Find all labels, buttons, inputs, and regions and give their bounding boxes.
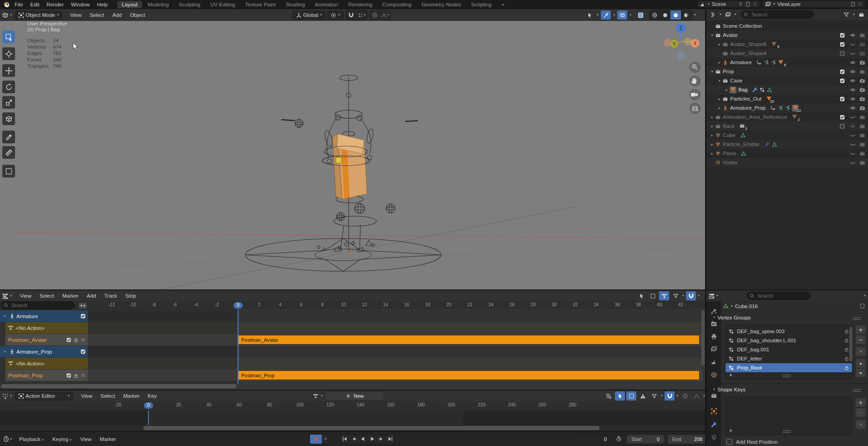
shading-solid[interactable]: [660, 10, 670, 20]
disable-render-toggle[interactable]: [859, 41, 865, 47]
properties-search-input[interactable]: [747, 292, 811, 300]
properties-tab-object[interactable]: [710, 407, 718, 415]
tool-measure-button[interactable]: [2, 146, 15, 159]
dope-menu-marker[interactable]: Marker: [119, 392, 144, 400]
menu-edit[interactable]: Edit: [27, 1, 43, 8]
nla-snap-toggle[interactable]: [686, 291, 696, 300]
show-gizmo-toggle[interactable]: [601, 10, 611, 20]
datablock-name[interactable]: Cube.016: [735, 304, 758, 309]
selectability-dropdown[interactable]: [584, 10, 594, 20]
dope-snap-toggle[interactable]: [665, 391, 675, 400]
blender-logo-icon[interactable]: [3, 0, 10, 8]
hide-viewport-toggle[interactable]: [850, 87, 856, 93]
tool-cursor-button[interactable]: [2, 47, 15, 60]
outliner-row-avatar-shapea[interactable]: Avatar_ShapeA: [706, 49, 868, 58]
disable-render-toggle[interactable]: [859, 123, 865, 129]
unlink-scene-icon[interactable]: [752, 1, 758, 7]
next-keyframe-button[interactable]: [376, 435, 386, 444]
outliner-filter-id-dropdown[interactable]: [723, 10, 733, 19]
viewport-menu-view[interactable]: View: [66, 11, 86, 19]
editor-type-properties-icon[interactable]: [708, 293, 715, 299]
properties-tab-particles[interactable]: [710, 433, 718, 441]
workspace-tab-shading[interactable]: Shading: [281, 1, 310, 8]
disable-render-toggle[interactable]: [859, 60, 865, 66]
nla-channel-postman-avatar[interactable]: Postman_Avatar☆: [5, 334, 88, 345]
tool-rotate-button[interactable]: [2, 81, 15, 93]
editor-type-dope-sheet-icon[interactable]: [2, 393, 9, 400]
viewport-menu-object[interactable]: Object: [126, 11, 149, 19]
workspace-tab-modeling[interactable]: Modeling: [143, 1, 173, 8]
outliner-search-input[interactable]: [741, 10, 814, 19]
frame-start-field[interactable]: Start 0: [626, 435, 665, 444]
new-action-button[interactable]: New: [325, 391, 384, 400]
outliner-row-armature-prop[interactable]: ▸Armature_Prop22: [706, 103, 868, 112]
tool-annotate-button[interactable]: [2, 131, 15, 143]
workspace-tab-sculpting[interactable]: Sculpting: [174, 1, 205, 8]
expander-icon[interactable]: ▾: [2, 314, 8, 318]
hide-viewport-toggle[interactable]: [850, 32, 856, 38]
nla-strip-postman-prop[interactable]: Postman_Prop: [238, 370, 700, 380]
properties-tab-collection[interactable]: [710, 391, 718, 400]
properties-tab-render[interactable]: [710, 319, 718, 328]
checkbox-enable-toggle[interactable]: [839, 32, 845, 38]
workspace-tab-compositing[interactable]: Compositing: [378, 1, 416, 8]
nla-ruler[interactable]: -12-10-8-6-4-202468101214161820222426283…: [88, 301, 705, 309]
viewport-menu-add[interactable]: Add: [108, 11, 126, 19]
menu-file[interactable]: File: [11, 1, 27, 8]
tool-scale-button[interactable]: [2, 96, 15, 109]
nla-lane[interactable]: Postman_Avatar: [88, 334, 702, 345]
vertex-groups-scrollbar[interactable]: [849, 327, 853, 361]
viewlayer-selector[interactable]: ▾ ViewLayer: [763, 0, 865, 8]
solo-star-toggle[interactable]: ☆: [81, 372, 85, 378]
workspace-tab-scripting[interactable]: Scripting: [467, 1, 496, 8]
nla-vertical-scrollbar[interactable]: [701, 310, 705, 365]
new-viewlayer-icon[interactable]: [850, 1, 856, 7]
action-datablock-icon[interactable]: [313, 393, 319, 399]
outliner-row-bag[interactable]: ▸Bag: [706, 85, 868, 94]
solo-star-toggle[interactable]: ☆: [81, 337, 85, 343]
disable-render-toggle[interactable]: [859, 132, 865, 138]
workspace-tab-texture-paint[interactable]: Texture Paint: [241, 1, 280, 8]
dope-mode-dropdown[interactable]: Action Editor ▾: [15, 392, 73, 400]
dope-menu-select[interactable]: Select: [96, 392, 119, 400]
dope-falloff-dropdown[interactable]: [691, 391, 701, 400]
nla-action-sync-toggle[interactable]: [659, 291, 669, 300]
shape-key-add-button[interactable]: [855, 398, 866, 407]
checkbox-enable-toggle[interactable]: [839, 78, 845, 84]
add-rest-position-checkbox[interactable]: [726, 439, 732, 445]
dope-warning-button[interactable]: [638, 391, 648, 400]
hide-viewport-toggle[interactable]: [850, 132, 856, 138]
jump-to-end-button[interactable]: [386, 435, 395, 444]
list-expand-icon[interactable]: [728, 428, 734, 433]
menu-help[interactable]: Help: [93, 1, 112, 8]
viewport-canvas[interactable]: Z Y X: [0, 21, 705, 289]
properties-tab-view-layer[interactable]: [710, 345, 718, 353]
expander-icon[interactable]: ▸: [716, 106, 722, 110]
mute-checkbox-icon[interactable]: [80, 313, 86, 319]
outliner-row-back[interactable]: ▸Back3: [706, 122, 868, 131]
expander-icon[interactable]: ▾: [2, 350, 8, 354]
expander-icon[interactable]: ▸: [709, 142, 715, 147]
nla-lane[interactable]: Postman_Prop: [88, 370, 702, 381]
timeline-menu-view[interactable]: View: [76, 436, 96, 443]
xray-toggle[interactable]: [635, 10, 645, 20]
prev-keyframe-button[interactable]: [349, 435, 358, 444]
dope-menu-key[interactable]: Key: [143, 392, 161, 400]
disable-render-toggle[interactable]: [859, 142, 865, 147]
dope-filter-dropdown[interactable]: [649, 391, 659, 400]
shape-keys-panel-header[interactable]: ▾ Shape Keys: [713, 387, 746, 392]
vertex-group-prop-root[interactable]: Prop_Root: [726, 363, 852, 372]
snap-with-dropdown[interactable]: ▾: [356, 10, 367, 20]
hide-viewport-toggle[interactable]: [850, 69, 856, 75]
jump-to-start-button[interactable]: [340, 435, 349, 444]
tool-move-button[interactable]: [2, 64, 15, 77]
vertex-group-move-up-button[interactable]: [855, 359, 866, 368]
timeline-menu-playback[interactable]: Playback ▾: [15, 436, 48, 443]
hide-viewport-toggle[interactable]: [850, 78, 856, 84]
lock-icon[interactable]: [844, 356, 849, 361]
dope-keyframe-area[interactable]: [0, 411, 705, 425]
vertex-group-remove-button[interactable]: [855, 335, 866, 345]
tool-select-box-button[interactable]: [2, 30, 15, 43]
properties-tab-output[interactable]: [710, 332, 718, 340]
nla-channel--no-action-[interactable]: <No Action>: [5, 358, 88, 369]
